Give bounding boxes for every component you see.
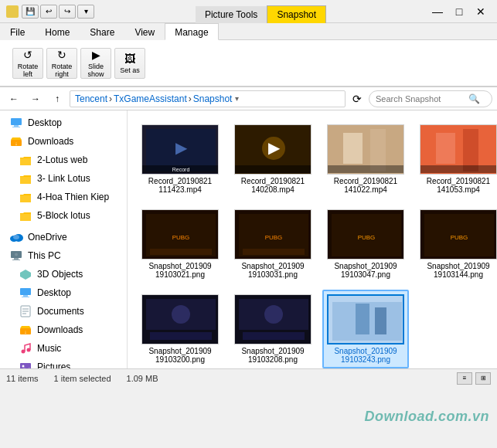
sidebar-item-lotus-web[interactable]: 2-Lotus web bbox=[0, 151, 127, 169]
save-button[interactable]: 💾 bbox=[22, 5, 39, 19]
file-thumb-snap3: PUBG bbox=[327, 209, 404, 260]
file-thumb-snap6 bbox=[234, 294, 311, 344]
file-item-snap7[interactable]: Snapshot_20190919103243.png bbox=[322, 290, 409, 368]
file-item-record4[interactable]: Record_20190821141053.mp4 bbox=[415, 120, 497, 199]
file-thumb-snap2: PUBG bbox=[234, 209, 311, 260]
path-txgame[interactable]: TxGameAssistant bbox=[114, 93, 187, 104]
file-item-snap3[interactable]: PUBG Snapshot_20190919103047.png bbox=[322, 205, 409, 283]
address-bar: ← → ↑ Tencent › TxGameAssistant › Snapsh… bbox=[0, 87, 497, 110]
rotate-left-button[interactable]: ↺ Rotateleft bbox=[12, 48, 43, 79]
file-name-record3: Record_20190821141022.mp4 bbox=[334, 177, 397, 194]
sidebar-item-downloads[interactable]: ↓ Downloads bbox=[0, 132, 127, 151]
minimize-button[interactable]: — bbox=[427, 4, 448, 19]
sidebar-label-onedrive: OneDrive bbox=[28, 232, 67, 243]
watermark: Download.com.vn bbox=[364, 409, 489, 425]
file-item-record2[interactable]: ▶ Record_20190821140208.mp4 bbox=[230, 120, 316, 199]
file-item-snap6[interactable]: Snapshot_20190919103208.png bbox=[230, 290, 316, 368]
search-input[interactable] bbox=[376, 94, 468, 104]
tab-snapshot[interactable]: Snapshot bbox=[267, 5, 326, 23]
watermark-text: Download.com.vn bbox=[364, 409, 489, 424]
path-dropdown-arrow[interactable]: ▾ bbox=[235, 94, 239, 103]
music-icon bbox=[19, 341, 32, 355]
set-as-button[interactable]: 🖼 Set as bbox=[114, 48, 145, 79]
maximize-button[interactable]: □ bbox=[449, 4, 469, 19]
sidebar-item-this-pc[interactable]: This PC bbox=[0, 246, 127, 265]
desktop-icon bbox=[9, 116, 23, 130]
file-item-snap5[interactable]: Snapshot_20190919103200.png bbox=[137, 290, 223, 368]
file-item-record1[interactable]: ▶ Record Record_20190821111423.mp4 bbox=[137, 120, 223, 199]
customize-button[interactable]: ▾ bbox=[77, 5, 94, 19]
svg-rect-14 bbox=[23, 295, 28, 297]
view-large-button[interactable]: ⊞ bbox=[475, 372, 491, 385]
sidebar-item-downloads2[interactable]: ↓ Downloads bbox=[0, 321, 127, 339]
address-path[interactable]: Tencent › TxGameAssistant › Snapshot ▾ bbox=[70, 90, 346, 107]
ribbon-tab-share[interactable]: Share bbox=[80, 23, 124, 40]
tab-picture-tools[interactable]: Picture Tools bbox=[196, 6, 267, 23]
sidebar-item-link-lotus[interactable]: 3- Link Lotus bbox=[0, 169, 127, 188]
file-item-snap1[interactable]: PUBG Snapshot_20190919103021.png bbox=[137, 205, 223, 283]
app-icon bbox=[6, 5, 19, 18]
forward-button[interactable]: → bbox=[26, 90, 45, 107]
file-thumb-snap1: PUBG bbox=[141, 209, 219, 260]
title-bar-left: 💾 ↩ ↪ ▾ bbox=[6, 5, 94, 19]
close-button[interactable]: ✕ bbox=[471, 4, 491, 19]
pictures-icon bbox=[19, 360, 32, 368]
svg-point-73 bbox=[264, 305, 283, 324]
svg-text:Record: Record bbox=[172, 167, 190, 172]
up-button[interactable]: ↑ bbox=[48, 90, 66, 107]
svg-rect-0 bbox=[11, 118, 22, 125]
sidebar-item-block-lotus[interactable]: 5-Block lotus bbox=[0, 206, 127, 225]
search-box[interactable]: 🔍 bbox=[369, 90, 492, 107]
path-tencent[interactable]: Tencent bbox=[75, 93, 107, 104]
sidebar-label-pictures: Pictures bbox=[37, 361, 70, 368]
svg-rect-77 bbox=[356, 304, 369, 334]
sidebar-label-downloads2: Downloads bbox=[37, 324, 83, 335]
svg-rect-48 bbox=[328, 165, 404, 173]
sidebar-label-link-lotus: 3- Link Lotus bbox=[37, 173, 90, 184]
refresh-button[interactable]: ⟳ bbox=[349, 90, 366, 107]
undo-button[interactable]: ↩ bbox=[40, 5, 57, 19]
ribbon: File Home Share View Manage ↺ Rotateleft… bbox=[0, 23, 497, 87]
file-name-snap2: Snapshot_20190919103031.png bbox=[241, 262, 304, 279]
svg-point-7 bbox=[13, 235, 19, 239]
back-button[interactable]: ← bbox=[5, 90, 23, 107]
file-item-snap2[interactable]: PUBG Snapshot_20190919103031.png bbox=[230, 205, 316, 283]
sidebar-item-documents[interactable]: Documents bbox=[0, 302, 127, 321]
3d-objects-icon bbox=[19, 267, 32, 281]
svg-rect-56 bbox=[150, 249, 212, 255]
ribbon-tab-manage[interactable]: Manage bbox=[165, 23, 218, 40]
svg-text:PUBG: PUBG bbox=[265, 234, 283, 241]
file-item-record3[interactable]: Record_20190821141022.mp4 bbox=[322, 120, 409, 199]
sidebar-label-block-lotus: 5-Block lotus bbox=[37, 210, 90, 221]
sidebar-label-3d-objects: 3D Objects bbox=[37, 269, 83, 280]
rotate-right-button[interactable]: ↻ Rotateright bbox=[46, 48, 77, 79]
redo-button[interactable]: ↪ bbox=[59, 5, 76, 19]
status-count: 11 items bbox=[6, 374, 39, 383]
sidebar-label-hoa-thien: 4-Hoa Thien Kiep bbox=[37, 192, 109, 202]
sidebar-item-hoa-thien[interactable]: 4-Hoa Thien Kiep bbox=[0, 188, 127, 206]
svg-rect-70 bbox=[150, 332, 212, 340]
file-name-record4: Record_20190821141053.mp4 bbox=[427, 177, 490, 194]
this-pc-icon bbox=[9, 249, 23, 263]
svg-text:▶: ▶ bbox=[268, 139, 281, 156]
file-name-record1: Record_20190821111423.mp4 bbox=[148, 177, 212, 194]
ribbon-tab-home[interactable]: Home bbox=[35, 23, 80, 40]
slide-show-button[interactable]: ▶ Slideshow bbox=[80, 48, 111, 79]
title-center: Picture Tools Snapshot bbox=[94, 0, 427, 23]
view-details-button[interactable]: ≡ bbox=[457, 372, 472, 385]
sidebar-item-desktop2[interactable]: Desktop bbox=[0, 283, 127, 302]
svg-marker-12 bbox=[20, 270, 31, 280]
file-item-snap4[interactable]: PUBG Snapshot_20190919103144.png bbox=[415, 205, 497, 283]
file-name-snap5: Snapshot_20190919103200.png bbox=[148, 347, 211, 364]
sidebar-item-pictures[interactable]: Pictures bbox=[0, 358, 127, 368]
path-snapshot[interactable]: Snapshot bbox=[193, 93, 233, 104]
documents-icon bbox=[19, 304, 32, 318]
sidebar-label-lotus-web: 2-Lotus web bbox=[37, 154, 87, 165]
ribbon-tab-view[interactable]: View bbox=[124, 23, 165, 40]
ribbon-tab-file[interactable]: File bbox=[0, 23, 35, 40]
file-thumb-record3 bbox=[327, 124, 404, 175]
sidebar-item-onedrive[interactable]: OneDrive bbox=[0, 228, 127, 246]
sidebar-item-music[interactable]: Music bbox=[0, 339, 127, 358]
sidebar-item-3d-objects[interactable]: 3D Objects bbox=[0, 265, 127, 283]
sidebar-item-desktop[interactable]: Desktop bbox=[0, 114, 127, 132]
